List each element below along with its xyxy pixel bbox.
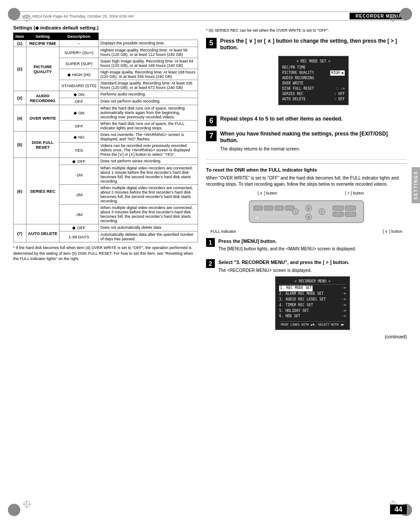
row-num-3: (3) [14,91,26,105]
device-svg-container: ∧ › ∨ ‹ [206,196,407,228]
col-header-description: Description [59,33,99,40]
desc-1-1: Displays the possible recording time. [98,40,198,47]
page-outer: c00_VDH_M814.book Page 44 Thursday, Octo… [0,0,420,524]
svg-text:∧: ∧ [307,206,310,210]
step-5-osd: < REC MODE SET > REC/PB TIME PICTURE QUA… [278,56,349,105]
item-7: AUTO DELETE [26,224,59,242]
col-header-item: Item [14,33,26,40]
setting-6-3: -2M [59,185,99,205]
osd-row-1: REC/PB TIME [282,65,345,70]
main-content: Settings (◆ indicates default setting.) … [13,25,407,339]
dnr-step-2-osd-wrapper: < RECORDER MENU > 1. REC MODE SET-> 2. A… [218,276,407,330]
dnr-step-1-body: The [MENU] button lights, and the <MAIN … [218,246,407,252]
setting-5-1: ◆ NO [59,132,99,143]
rec-menu-arrow-3: -> [342,297,346,303]
device-labels-bottom: FULL indicator [ ∨ ] button [206,229,407,234]
osd-row-7: AUTO DELETE: OFF [282,97,345,102]
settings-label: Settings (◆ indicates default setting.) [13,25,198,31]
svg-rect-14 [264,206,273,210]
osd-label-3: AUDIO RECORDING [282,76,314,81]
osd-label-5: DISK FULL RESET [282,86,314,92]
table-row: (7) AUTO DELETE ◆ OFF Does not automatic… [14,224,198,231]
table-row: (5) DISK FULL RESET ◆ NO Does not overwr… [14,132,198,143]
label-up-button: [ ∧ ] button [258,191,277,195]
setting-5-2: YES [59,143,99,158]
row-num-1: (1) [14,40,26,47]
setting-7-2: 1-99 DAYS [59,231,99,242]
rec-menu-item-4: 4. TIMER REC SET [279,303,313,308]
row-num-7: (7) [14,224,26,242]
osd-row-6: SERIES REC: OFF [282,92,345,97]
dnr-body: When "OVER WRITE" is set to "OFF" and th… [206,175,407,187]
section-divider [206,159,407,160]
setting-2-3: ◆ HIGH (HI) [59,69,99,80]
page-number: 44 [390,505,407,514]
osd-value-2: HIGH ▶ [330,70,345,76]
recorder-menu-osd: < RECORDER MENU > 1. REC MODE SET-> 2. A… [275,276,350,330]
row-num-6: (6) [14,158,26,224]
device-svg: ∧ › ∨ ‹ [245,196,368,227]
dnr-step-2-content: Select "3. RECORDER MENU", and press the… [218,259,407,330]
right-column: * (6) SERIES REC can be set when the OVE… [206,25,407,339]
row-num-2: (2) [14,47,26,91]
rec-menu-item-6: 6. HDD SET [279,314,300,319]
osd-label-1: REC/PB TIME [282,65,306,70]
desc-3-1: Performs audio recording. [98,91,198,98]
setting-7-1: ◆ OFF [59,224,99,231]
osd-label-7: AUTO DELETE [282,97,306,102]
rec-menu-arrow-4: -> [342,303,346,308]
rec-menu-arrow-5: -> [342,308,346,314]
dnr-step-2-number: 2 [206,259,215,268]
step-7-section: 7 When you have finished making the sett… [206,131,407,155]
step-7-title: When you have finished making the settin… [220,131,407,144]
setting-4-2: OFF [59,121,99,132]
osd-row-4: OVER WRITE [282,81,345,86]
setting-1-1: – [59,40,99,47]
desc-6-3: When multiple digital video recorders ar… [98,185,198,205]
osd-value-5: : -> [336,86,345,92]
desc-6-4: When multiple digital video recorders ar… [98,205,198,224]
desc-5-1: Does not overwrite. The <WARNING> screen… [98,132,198,143]
row-num-4: (4) [14,105,26,132]
rec-menu-arrow-2: -> [342,291,346,297]
col-header-setting: Setting [26,33,59,40]
dnr-step-2-title: Select "3. RECORDER MENU", and press the… [218,259,407,265]
table-row: (2) PICTURE QUALITY SUPER+ (SU+) Highest… [14,47,198,58]
desc-4-2: When the hard disk runs out of space, th… [98,121,198,132]
svg-rect-25 [333,206,343,210]
settings-sidebar-label: SETTINGS [412,167,420,203]
step-5-section: 5 Press the [ ∨ ] or [ ∧ ] button to cha… [206,38,407,111]
label-down-button: [ ∨ ] button [383,229,402,234]
item-3: AUDIO RECORDING [26,91,59,105]
desc-6-2: When multiple digital video recorders ar… [98,165,198,185]
setting-2-1: SUPER+ (SU+) [59,47,99,58]
dnr-step-1-number: 1 [206,238,215,247]
dnr-step-1-section: 1 Press the [MENU] button. The [MENU] bu… [206,238,407,255]
corner-mark-tr [400,8,412,20]
osd-label-6: SERIES REC [282,92,303,97]
setting-3-1: ◆ ON [59,91,99,98]
item-6: SERIES REC [26,158,59,224]
step-5-osd-wrapper: < REC MODE SET > REC/PB TIME PICTURE QUA… [220,53,407,108]
desc-4-1: When the hard disk runs out of space, re… [98,105,198,121]
svg-rect-28 [345,212,356,216]
rec-menu-item-5: 5. HOLIDAY SET [279,308,309,314]
svg-text:F: F [256,217,258,220]
step-5-osd-title: < REC MODE SET > [282,59,345,64]
item-2: PICTURE QUALITY [26,47,59,91]
osd-row-3: AUDIO RECORDING [282,76,345,81]
desc-6-1: Does not perform series recording. [98,158,198,165]
desc-2-3: High image quality. Recording time: At l… [98,69,198,80]
header-bar: c00_VDH_M814.book Page 44 Thursday, Octo… [13,11,407,21]
label-full-indicator: FULL indicator [210,229,236,234]
step-6-number: 6 [206,116,217,126]
step-5-number: 5 [206,38,217,48]
table-row: (1) REC/PB TIME – Displays the possible … [14,40,198,47]
header-title: RECORDER MENU [350,13,407,19]
footnote-2: * (6) SERIES REC can be set when the OVE… [206,28,407,33]
setting-3-2: OFF [59,98,99,105]
osd-row-2: PICTURE QUALITYHIGH ▶ [282,70,345,76]
rec-menu-item-1: 1. REC MODE SET [279,286,313,291]
osd-value-6: : OFF [334,92,345,97]
setting-6-4: -3M [59,205,99,224]
